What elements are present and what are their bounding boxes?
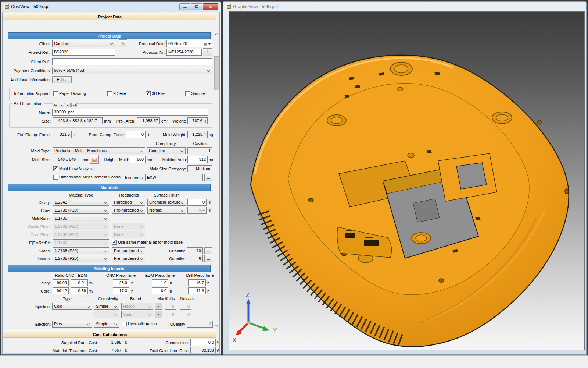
- manifolds1-field: 0: [165, 303, 176, 310]
- cavity-edm-time-field[interactable]: 1.0: [152, 279, 168, 286]
- graphic-viewport[interactable]: Z Y X: [229, 11, 585, 350]
- injection-complexity2-dropdown: [94, 311, 119, 318]
- edit-client-button[interactable]: ✎: [119, 39, 127, 47]
- slides-material-dropdown[interactable]: 1.2738 (P20): [53, 247, 109, 254]
- treatments-column-header: Treatments: [112, 192, 145, 198]
- project-ref-field[interactable]: BS2020: [52, 49, 115, 56]
- cavity-surface-dropdown[interactable]: Chemical Texture: [147, 199, 186, 206]
- prod-clamp-field[interactable]: 0: [126, 131, 146, 138]
- mold-flow-checkbox[interactable]: [53, 166, 58, 171]
- same-material-checkbox[interactable]: [112, 240, 117, 245]
- proj-area-unit: cm²: [161, 118, 168, 124]
- slides-label: Slides:: [9, 248, 51, 254]
- paper-drawing-checkbox[interactable]: [53, 91, 58, 96]
- proposal-date-field[interactable]: 06-Nov-20 ▦: [166, 40, 212, 47]
- ejection-type-dropdown[interactable]: Pins: [52, 321, 92, 328]
- est-clamp-label: Est. Clamp. Force:: [5, 132, 51, 138]
- costview-title: CostView - 509.qqd: [11, 4, 50, 9]
- incoterms-browse-button[interactable]: ...: [204, 174, 212, 181]
- complexity-dropdown[interactable]: Complex: [147, 147, 186, 154]
- nav-last-button[interactable]: [71, 103, 77, 107]
- costview-titlebar[interactable]: CostView - 509.qqd ×: [1, 2, 221, 11]
- core-edm-ratio-field[interactable]: 0.58: [71, 287, 88, 294]
- core-cnc-ratio-field[interactable]: 99.42: [53, 287, 69, 294]
- brand1-dot-button[interactable]: ·: [155, 303, 162, 310]
- nav-prev-icon: [61, 104, 62, 106]
- core-surface-dropdown[interactable]: Normal: [147, 207, 186, 214]
- part-size-field: 423.8 x 352.8 x 182.7: [53, 117, 103, 124]
- moldbase-material-dropdown[interactable]: 1.1730: [53, 215, 109, 222]
- calendar-caret-icon[interactable]: [208, 43, 211, 45]
- injection-type-dropdown[interactable]: Cold: [52, 303, 92, 310]
- slides-quantity-field[interactable]: 10: [187, 247, 203, 254]
- axis-y-label: Y: [273, 327, 277, 334]
- prod-clamp-label: Prod. Clamp. Force:: [80, 132, 125, 138]
- nav-prev-button[interactable]: [59, 103, 64, 107]
- part-3d-model[interactable]: Z Y X: [229, 12, 584, 350]
- inserts-treatment-dropdown[interactable]: Pre-hardened: [112, 255, 145, 262]
- 2d-file-checkbox[interactable]: [107, 91, 112, 96]
- core-material-dropdown[interactable]: 1.2738 (P20): [53, 207, 109, 214]
- proposal-nr-hash-button[interactable]: #: [203, 48, 212, 56]
- minimize-button[interactable]: [179, 3, 190, 10]
- cavity-cnc-ratio-field[interactable]: 99.99: [53, 279, 69, 286]
- part-name-field[interactable]: 3D509_par: [52, 109, 208, 116]
- scroll-up-button[interactable]: [214, 31, 219, 37]
- brand2-dot-button[interactable]: ·: [155, 311, 162, 318]
- cavity-cnc-time-field[interactable]: 25.0: [113, 279, 129, 286]
- additional-info-edit-button[interactable]: Edit...: [52, 76, 72, 83]
- 3d-file-checkbox[interactable]: [146, 91, 151, 96]
- cavity-drill-time-field[interactable]: 16.7: [188, 279, 206, 286]
- close-icon: ×: [209, 4, 212, 10]
- dim-control-checkbox[interactable]: [53, 175, 58, 180]
- molding-area-field[interactable]: 312: [187, 156, 208, 163]
- core-edm-time-field[interactable]: 6.0: [152, 287, 168, 294]
- restore-button[interactable]: [191, 3, 202, 10]
- commission-field[interactable]: 0.0: [190, 339, 216, 346]
- mold-size-label: Mold Size:: [9, 157, 51, 163]
- client-ref-field[interactable]: [52, 58, 212, 65]
- mold-size-unit: mm: [83, 157, 89, 163]
- sample-checkbox[interactable]: [185, 91, 190, 96]
- costview-scrollbar[interactable]: [214, 31, 219, 328]
- slides-treatment-dropdown[interactable]: Pre-hardened: [112, 247, 145, 254]
- mold-type-dropdown[interactable]: Production Mold - Monoblock: [53, 147, 145, 154]
- injection-complexity-dropdown[interactable]: Simple: [94, 303, 119, 310]
- scroll-up-icon: [215, 33, 219, 36]
- inserts-quantity-field[interactable]: 6: [187, 255, 203, 262]
- cavity-cost-field[interactable]: 0: [187, 199, 207, 206]
- nozzles1-field: 0: [180, 303, 191, 310]
- cavity-edm-ratio-field[interactable]: 0.01: [71, 279, 88, 286]
- slides-quantity-label: Quantity:: [160, 248, 185, 254]
- nav-first-button[interactable]: [53, 103, 58, 107]
- scroll-down-button[interactable]: [214, 322, 219, 328]
- total-calculated-unit: €: [217, 348, 219, 353]
- inserts-label: Inserts:: [9, 256, 51, 262]
- core-cnc-time-field[interactable]: 17.3: [113, 287, 129, 294]
- proposal-nr-field[interactable]: MP1254/2020: [166, 49, 202, 56]
- scroll-thumb[interactable]: [214, 56, 219, 90]
- nav-next-button[interactable]: [65, 103, 71, 107]
- graphicview-app-icon: [226, 4, 231, 9]
- hydraulic-action-checkbox[interactable]: [122, 322, 127, 326]
- payment-conditions-dropdown[interactable]: 50% + 50% (45d): [52, 67, 212, 74]
- close-button[interactable]: ×: [203, 3, 218, 10]
- client-dropdown[interactable]: Cadflow: [52, 40, 115, 47]
- cavity-material-dropdown[interactable]: 1.2343: [53, 199, 109, 206]
- type-column-header: Type: [53, 296, 82, 301]
- section-header-materials: Materials: [8, 184, 211, 191]
- inserts-browse-button[interactable]: ...: [204, 255, 212, 262]
- calendar-icon[interactable]: ▦: [204, 41, 207, 47]
- cavity-treatment-dropdown[interactable]: Hardened: [112, 199, 145, 206]
- cost-calculations-header: Cost Calculations: [3, 330, 216, 338]
- slides-browse-button[interactable]: ...: [204, 247, 212, 254]
- injection-label: Injection:: [9, 304, 51, 309]
- height-mold-field[interactable]: 560: [130, 156, 146, 163]
- inserts-material-dropdown[interactable]: 1.2738 (P20): [53, 255, 109, 262]
- cavities-column-header: Cavities: [185, 141, 216, 146]
- core-drill-time-field[interactable]: 11.6: [188, 287, 206, 294]
- core-treatment-dropdown[interactable]: Pre-hardened: [112, 207, 145, 214]
- graphicview-titlebar[interactable]: GraphicView - 509.qqd: [223, 2, 586, 11]
- ejection-complexity-dropdown[interactable]: Simple: [94, 321, 119, 328]
- section-header-project-data: Project Data: [8, 32, 211, 39]
